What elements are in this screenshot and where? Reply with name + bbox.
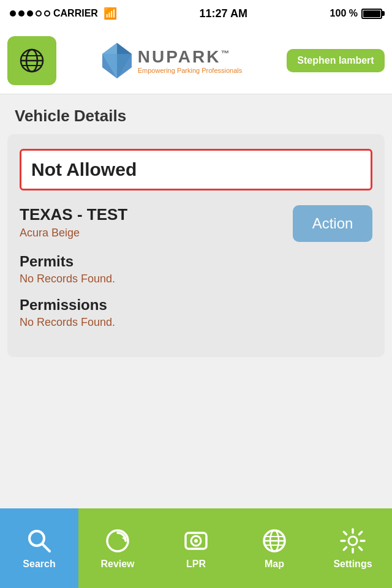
logo-diamond-icon xyxy=(101,42,133,80)
vehicle-card: Not Allowed TEXAS - TEST Acura Beige Act… xyxy=(7,134,385,357)
battery-area: 100 % xyxy=(330,8,382,19)
nav-label-search: Search xyxy=(23,559,55,570)
logo: NUPARK™ Empowering Parking Professionals xyxy=(101,42,243,80)
vehicle-info-row: TEXAS - TEST Acura Beige Action xyxy=(20,205,372,242)
svg-point-21 xyxy=(349,537,357,545)
nav-label-settings: Settings xyxy=(333,559,372,570)
logo-tm: ™ xyxy=(221,48,231,58)
nav-item-search[interactable]: Search xyxy=(0,508,78,588)
search-icon xyxy=(25,527,53,555)
svg-line-10 xyxy=(42,544,50,551)
permits-value: No Records Found. xyxy=(20,273,372,285)
nav-label-lpr: LPR xyxy=(186,559,206,570)
permissions-title: Permissions xyxy=(20,296,372,314)
page-title: Vehicle Details xyxy=(15,107,377,126)
signal-dot-1 xyxy=(10,10,16,17)
map-icon xyxy=(260,527,288,555)
signal-dot-3 xyxy=(27,10,33,17)
vehicle-title: TEXAS - TEST xyxy=(20,205,127,224)
globe-button[interactable] xyxy=(7,36,56,85)
globe-icon xyxy=(18,47,45,74)
settings-icon xyxy=(339,527,367,555)
vehicle-subtitle: Acura Beige xyxy=(20,227,127,239)
bottom-nav: Search Review LPR Map xyxy=(0,508,392,588)
not-allowed-label: Not Allowed xyxy=(31,159,137,179)
nav-item-settings[interactable]: Settings xyxy=(314,508,392,588)
logo-tagline: Empowering Parking Professionals xyxy=(138,67,243,74)
signal-dot-4 xyxy=(36,10,42,17)
signal-dot-2 xyxy=(18,10,24,17)
lpr-icon xyxy=(182,527,210,555)
nav-label-review: Review xyxy=(100,559,134,570)
not-allowed-box: Not Allowed xyxy=(20,149,372,190)
logo-text: NUPARK™ Empowering Parking Professionals xyxy=(138,47,243,74)
page-title-bar: Vehicle Details xyxy=(0,94,392,134)
signal-dot-5 xyxy=(44,10,50,17)
action-button[interactable]: Action xyxy=(293,205,372,242)
nav-item-lpr[interactable]: LPR xyxy=(157,508,235,588)
status-bar: CARRIER 📶 11:27 AM 100 % xyxy=(0,0,392,27)
permissions-value: No Records Found. xyxy=(20,316,372,329)
nav-item-map[interactable]: Map xyxy=(235,508,314,588)
permits-title: Permits xyxy=(20,253,372,270)
battery-percent: 100 % xyxy=(330,8,358,19)
status-time: 11:27 AM xyxy=(200,7,247,20)
vehicle-info-left: TEXAS - TEST Acura Beige xyxy=(20,205,127,239)
svg-point-15 xyxy=(194,539,198,543)
carrier-label: CARRIER xyxy=(53,8,98,19)
battery-icon xyxy=(361,9,382,19)
battery-fill xyxy=(363,10,380,17)
nav-item-review[interactable]: Review xyxy=(78,508,157,588)
wifi-icon: 📶 xyxy=(104,7,117,20)
user-button[interactable]: Stephen lambert xyxy=(287,49,385,72)
nav-label-map: Map xyxy=(265,559,284,570)
review-icon xyxy=(104,527,132,555)
carrier-signal: CARRIER 📶 xyxy=(10,7,117,20)
header: NUPARK™ Empowering Parking Professionals… xyxy=(0,27,392,94)
logo-name: NUPARK xyxy=(138,47,221,66)
